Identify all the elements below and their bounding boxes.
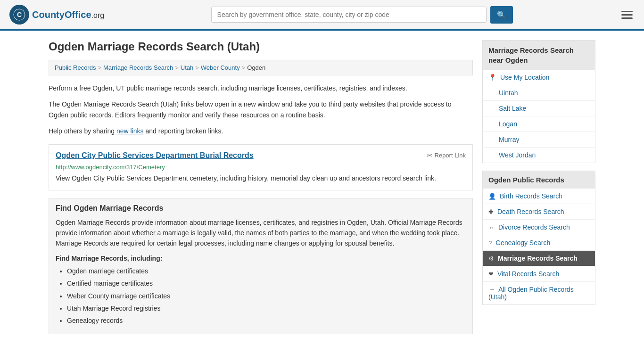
person-icon: 👤 xyxy=(488,193,496,200)
sidebar-nearby-link[interactable]: Uintah xyxy=(499,89,518,97)
intro-p1: Perform a free Ogden, UT public marriage… xyxy=(49,83,473,93)
sidebar-nearby-item[interactable]: Salt Lake xyxy=(483,101,595,116)
sidebar-record-link[interactable]: Death Records Search xyxy=(497,208,564,215)
sidebar-nearby-link[interactable]: Use My Location xyxy=(500,74,549,81)
sidebar-record-link[interactable]: Birth Records Search xyxy=(500,192,562,200)
record-header: Ogden City Public Services Department Bu… xyxy=(56,151,466,160)
sidebar-records-title: Ogden Public Records xyxy=(483,171,595,189)
breadcrumb-ogden: Ogden xyxy=(247,64,265,71)
search-area: 🔍 xyxy=(211,6,513,24)
search-icon: 🔍 xyxy=(497,11,506,19)
breadcrumb-marriage-records[interactable]: Marriage Records Search xyxy=(103,64,173,71)
sidebar-record-link[interactable]: Marriage Records Search xyxy=(498,255,578,262)
report-link[interactable]: ✂ Report Link xyxy=(427,151,466,160)
intro-p3: Help others by sharing new links and rep… xyxy=(49,126,473,136)
logo-area: C CountyOffice.org xyxy=(9,5,104,25)
sidebar-record-link[interactable]: Divorce Records Search xyxy=(498,223,570,231)
sidebar-nearby-link[interactable]: Murray xyxy=(499,136,520,143)
content: Ogden Marriage Records Search (Utah) Pub… xyxy=(49,40,473,334)
find-list: Ogden marriage certificatesCertified mar… xyxy=(56,266,466,326)
page-title: Ogden Marriage Records Search (Utah) xyxy=(49,40,473,53)
sidebar-nearby-list: 📍Use My LocationUintahSalt LakeLoganMurr… xyxy=(483,70,595,163)
sidebar-nearby-item[interactable]: West Jordan xyxy=(483,148,595,163)
sidebar-record-item[interactable]: ↔Divorce Records Search xyxy=(483,220,595,235)
sidebar-nearby-link[interactable]: Logan xyxy=(499,120,517,128)
sidebar-record-item[interactable]: ✚Death Records Search xyxy=(483,204,595,220)
breadcrumb-utah[interactable]: Utah xyxy=(181,64,193,71)
all-records-link[interactable]: → All Ogden Public Records (Utah) xyxy=(488,286,574,301)
record-card: Ogden City Public Services Department Bu… xyxy=(49,144,473,190)
sidebar-nearby-link[interactable]: Salt Lake xyxy=(499,105,526,112)
find-section-title: Find Ogden Marriage Records xyxy=(56,204,466,213)
cross-icon: ✚ xyxy=(488,208,494,215)
breadcrumb-weber-county[interactable]: Weber County xyxy=(201,64,240,71)
sidebar-nearby-section: Marriage Records Search near Ogden 📍Use … xyxy=(482,40,595,163)
logo-text: CountyOffice.org xyxy=(32,9,104,20)
find-section-description: Ogden Marriage Records provide informati… xyxy=(56,217,466,249)
breadcrumb-public-records[interactable]: Public Records xyxy=(55,64,96,71)
search-input[interactable] xyxy=(211,7,487,23)
arrows-icon: ↔ xyxy=(488,224,495,231)
menu-button[interactable] xyxy=(619,9,635,21)
sidebar-nearby-link[interactable]: West Jordan xyxy=(499,151,536,159)
record-description: View Ogden City Public Services Departme… xyxy=(56,173,466,183)
sidebar-record-item[interactable]: 👤Birth Records Search xyxy=(483,189,595,204)
find-list-item: Ogden marriage certificates xyxy=(67,266,466,276)
sidebar-nearby-title: Marriage Records Search near Ogden xyxy=(483,41,595,70)
find-list-item: Utah Marriage Record registries xyxy=(67,303,466,313)
find-section: Find Ogden Marriage Records Ogden Marria… xyxy=(49,198,473,334)
intro-p2: The Ogden Marriage Records Search (Utah)… xyxy=(49,99,473,120)
record-url[interactable]: http://www.ogdencity.com/317/Cemetery xyxy=(56,164,466,171)
search-button[interactable]: 🔍 xyxy=(490,6,513,24)
sidebar-nearby-item[interactable]: Logan xyxy=(483,116,595,132)
sidebar-record-link[interactable]: Genealogy Search xyxy=(495,239,550,247)
record-title-link[interactable]: Ogden City Public Services Department Bu… xyxy=(56,151,254,160)
find-list-item: Certified marriage certificates xyxy=(67,278,466,288)
sidebar: Marriage Records Search near Ogden 📍Use … xyxy=(482,40,595,334)
sidebar-records-list: 👤Birth Records Search✚Death Records Sear… xyxy=(483,189,595,281)
find-list-item: Genealogy records xyxy=(67,315,466,326)
new-links-link[interactable]: new links xyxy=(116,127,144,135)
sidebar-record-item[interactable]: ?Genealogy Search xyxy=(483,235,595,251)
gear-icon: ⚙ xyxy=(488,255,494,262)
logo-icon: C xyxy=(9,5,29,25)
find-list-title: Find Marriage Records, including: xyxy=(56,255,466,262)
breadcrumb: Public Records > Marriage Records Search… xyxy=(49,60,473,75)
location-icon: 📍 xyxy=(488,74,496,81)
svg-text:C: C xyxy=(17,11,22,18)
find-list-item: Weber County marriage certificates xyxy=(67,291,466,301)
question-icon: ? xyxy=(488,239,492,247)
main-container: Ogden Marriage Records Search (Utah) Pub… xyxy=(39,31,605,344)
sidebar-record-link[interactable]: Vital Records Search xyxy=(497,270,559,278)
sidebar-record-item[interactable]: ⚙Marriage Records Search xyxy=(483,251,595,266)
scissors-icon: ✂ xyxy=(427,151,433,160)
sidebar-records-section: Ogden Public Records 👤Birth Records Sear… xyxy=(482,171,595,305)
sidebar-record-item[interactable]: ❤Vital Records Search xyxy=(483,266,595,281)
sidebar-nearby-item[interactable]: Murray xyxy=(483,132,595,148)
sidebar-nearby-item[interactable]: Uintah xyxy=(483,85,595,101)
heart-icon: ❤ xyxy=(488,271,494,278)
header: C CountyOffice.org 🔍 xyxy=(0,0,644,31)
sidebar-nearby-item[interactable]: 📍Use My Location xyxy=(483,70,595,85)
